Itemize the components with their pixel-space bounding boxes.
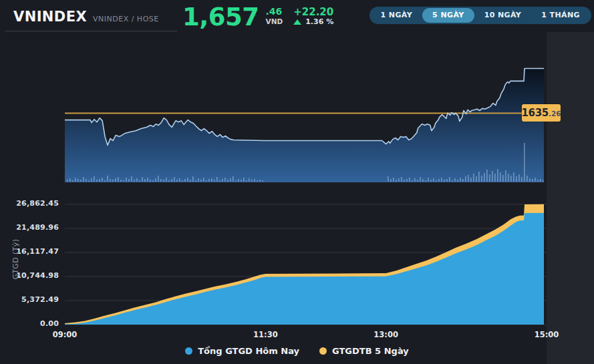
range-button-3[interactable]: 1 THÁNG	[531, 8, 590, 23]
y-axis-label: 26,862.45	[0, 199, 59, 208]
price-block: 1,657 .46 VND +22.20 1.36 %	[182, 5, 333, 29]
range-button-group: 1 NGÀY5 NGÀY10 NGÀY1 THÁNG	[369, 7, 591, 24]
range-button-2[interactable]: 10 NGÀY	[474, 8, 532, 23]
price-area-fill	[65, 69, 544, 183]
y-axis-label: 5,372.49	[0, 295, 59, 304]
x-axis-label: 11:30	[245, 330, 285, 339]
reference-price-decimal: .26	[549, 110, 561, 118]
up-triangle-icon	[293, 19, 301, 25]
legend-dot-icon	[185, 347, 192, 355]
price-change-block: +22.20 1.36 %	[293, 7, 333, 27]
right-margin-panel	[547, 32, 594, 364]
x-axis-label: 13:00	[366, 330, 406, 339]
y-axis-label: 10,744.98	[0, 271, 59, 280]
price-value: 1,657	[182, 5, 259, 29]
legend-label: GTGDTB 5 Ngày	[332, 346, 409, 356]
price-decimal: .46	[266, 7, 283, 17]
chart-legend: Tổng GTGD Hôm NayGTGDTB 5 Ngày	[0, 346, 594, 356]
vnindex-chart-widget: VNINDEX VNINDEX / HOSE 1,657 .46 VND +22…	[0, 0, 594, 364]
symbol-title: VNINDEX	[13, 9, 87, 25]
reference-price-value: 1635	[521, 107, 549, 119]
price-change-percent: 1.36 %	[305, 17, 333, 27]
legend-label: Tổng GTGD Hôm Nay	[198, 346, 299, 356]
title-divider	[5, 31, 177, 31]
volume-axis-title: GTGD (Tỷ)	[11, 219, 21, 299]
reference-price-badge: 1635.26	[522, 104, 561, 122]
y-axis-label: 21,489.96	[0, 223, 59, 232]
currency-label: VND	[266, 17, 283, 26]
price-decimal-unit: .46 VND	[266, 7, 283, 26]
x-axis-label: 15:00	[527, 330, 567, 339]
range-button-1[interactable]: 5 NGÀY	[422, 8, 474, 23]
trading-value-chart[interactable]	[65, 200, 547, 327]
legend-item[interactable]: Tổng GTGD Hôm Nay	[185, 346, 299, 356]
symbol-subtitle: VNINDEX / HOSE	[93, 15, 159, 23]
x-axis-label: 09:00	[45, 330, 85, 339]
legend-item[interactable]: GTGDTB 5 Ngày	[319, 346, 409, 356]
range-button-0[interactable]: 1 NGÀY	[371, 8, 423, 23]
y-axis-label: 16,117.47	[0, 247, 59, 256]
header: VNINDEX VNINDEX / HOSE	[13, 9, 159, 25]
legend-dot-icon	[319, 347, 327, 355]
price-change: +22.20	[293, 7, 333, 17]
price-chart[interactable]	[65, 40, 547, 182]
y-axis-label: 0.00	[0, 319, 59, 328]
